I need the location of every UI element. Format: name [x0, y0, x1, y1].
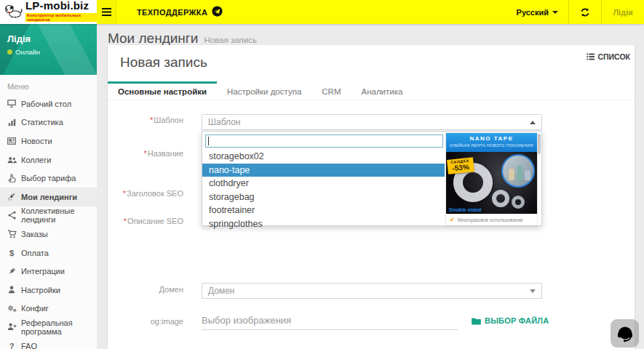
sidebar-item-label: Интеграции [21, 267, 65, 276]
integrations-icon [7, 267, 17, 276]
app-window: LP-mobi.biz Конструктор мобильных лендин… [0, 0, 644, 349]
dropdown-option-springclothes[interactable]: springclothes [202, 217, 445, 231]
tab-crm[interactable]: CRM [311, 81, 351, 100]
breadcrumb-subtitle: Новая запись [204, 36, 257, 44]
language-label: Русский [517, 8, 549, 17]
support-label: ТЕХПОДДЕРЖКА [137, 8, 207, 17]
colleagues-icon [7, 156, 17, 164]
preview-image: СКИДКА -53% Double-sided [446, 152, 537, 214]
chevron-down-icon [530, 289, 536, 293]
sidebar-item-faq[interactable]: ?FAQ [0, 337, 97, 349]
sidebar-item-tariff[interactable]: Выбор тарифа [0, 169, 97, 188]
sidebar-item-colleagues[interactable]: Коллеги [0, 151, 97, 169]
tariff-icon [7, 174, 17, 182]
collective-icon [7, 211, 17, 220]
support-chat-widget[interactable] [611, 319, 639, 348]
support-button[interactable]: ТЕХПОДДЕРЖКА [127, 0, 233, 24]
dropdown-scrollbar[interactable] [538, 134, 541, 154]
page-title: Мои лендинги [108, 31, 198, 47]
sidebar-item-label: Коллективные лендинги [21, 206, 97, 224]
sidebar-item-orders[interactable]: Заказы [0, 225, 97, 244]
sidebar: Лідія Онлайн Меню Рабочий столСтатистика… [0, 24, 97, 349]
choose-file-button[interactable]: ВЫБОР ФАЙЛА [472, 316, 549, 325]
sidebar-item-landings[interactable]: Мои лендинги [0, 188, 97, 206]
tape-roll-small [492, 190, 509, 207]
config-icon [7, 305, 17, 313]
online-status-icon [7, 49, 12, 55]
dropdown-option-storagebox02[interactable]: storagebox02 [202, 150, 445, 164]
preview-caption: Double-sided [449, 207, 481, 212]
tab-аналитика[interactable]: Аналитика [351, 81, 413, 100]
label-seo-description: *Описание SEO [108, 217, 183, 225]
sidebar-item-stats[interactable]: Статистика [0, 113, 97, 132]
label-domain: Домен [108, 285, 183, 294]
headset-icon [616, 324, 635, 343]
sidebar-item-integrations[interactable]: Интеграции [0, 262, 97, 281]
header-spacer [233, 0, 506, 24]
list-button[interactable]: СПИСОК [587, 52, 630, 61]
sidebar-item-settings[interactable]: Настройки [0, 281, 97, 300]
list-icon [587, 53, 595, 60]
preview-inset-photo [501, 154, 535, 188]
sidebar-item-label: Конфиг [21, 304, 49, 313]
breadcrumb: Мои лендинги Новая запись [97, 24, 644, 47]
dropdown-option-footretainer[interactable]: footretainer [202, 204, 445, 217]
telegram-icon [212, 6, 223, 18]
template-dropdown: storagebox02nano-tapeclothdryerstorageba… [202, 131, 542, 226]
user-status: Онлайн [7, 48, 97, 56]
tabs: Основные настройкиНастройки доступаCRMАн… [108, 81, 635, 100]
user-name: Лідія [7, 33, 97, 44]
faq-icon: ? [7, 342, 17, 349]
settings-icon [7, 286, 17, 294]
sidebar-item-referral[interactable]: Реферальная программа [0, 318, 97, 337]
preview-header: NANO TAPE КЛЕЙКАЯ ЛЕНТА НОВОГО ПОКОЛЕНИЯ [446, 133, 537, 152]
sidebar-item-collective[interactable]: Коллективные лендинги [0, 206, 97, 225]
main-content: Мои лендинги Новая запись Новая запись С… [97, 24, 644, 349]
brand-name: LP-mobi.biz [25, 0, 97, 11]
orders-icon [7, 230, 17, 238]
sidebar-item-news[interactable]: Новости [0, 132, 97, 151]
domain-select[interactable]: Домен [202, 283, 542, 299]
dropdown-option-nano-tape[interactable]: nano-tape [202, 164, 445, 177]
stats-icon [7, 119, 17, 127]
dropdown-search-input[interactable] [205, 135, 443, 148]
sidebar-item-label: Рабочий стол [21, 100, 71, 108]
card-title: Новая запись [120, 55, 207, 71]
discount-badge: СКИДКА -53% [447, 157, 474, 174]
brand-tagline: Конструктор мобильных лендингов [25, 13, 97, 22]
tape-roll-small [512, 196, 525, 209]
dropdown-options: storagebox02nano-tapeclothdryerstorageba… [202, 150, 445, 231]
refresh-button[interactable] [569, 0, 601, 24]
refresh-icon [580, 7, 590, 17]
sidebar-item-label: Коллеги [21, 156, 51, 164]
sidebar-menu: Рабочий столСтатистикаНовостиКоллегиВыбо… [0, 95, 97, 349]
chevron-down-icon [552, 11, 558, 14]
og-image-input[interactable]: Выбор изображения [202, 311, 458, 330]
header-user-button[interactable]: Лідія [602, 0, 644, 24]
dropdown-option-storagebag[interactable]: storagebag [202, 190, 445, 204]
brand-logo[interactable]: LP-mobi.biz Конструктор мобильных лендин… [0, 0, 97, 24]
sidebar-item-label: Мои лендинги [21, 193, 77, 201]
top-header: LP-mobi.biz Конструктор мобильных лендин… [0, 0, 644, 24]
header-bar: ТЕХПОДДЕРЖКА Русский [97, 0, 644, 24]
sidebar-item-label: Настройки [21, 286, 60, 294]
tab-настройки-доступа[interactable]: Настройки доступа [217, 81, 311, 100]
sidebar-item-payment[interactable]: $Оплата [0, 244, 97, 262]
sidebar-item-config[interactable]: Конфиг [0, 300, 97, 318]
dog-logo-icon [4, 3, 23, 22]
sidebar-item-label: Реферальная программа [21, 318, 97, 336]
preview-feature-row: ✔ Многоразовое использование [446, 214, 537, 225]
template-preview: NANO TAPE КЛЕЙКАЯ ЛЕНТА НОВОГО ПОКОЛЕНИЯ… [446, 133, 537, 225]
user-panel: Лідія Онлайн [0, 24, 97, 75]
sidebar-item-label: Статистика [21, 118, 63, 127]
text-cursor [208, 137, 209, 145]
language-selector[interactable]: Русский [506, 0, 568, 24]
sidebar-item-desktop[interactable]: Рабочий стол [0, 95, 97, 113]
sidebar-item-label: Выбор тарифа [21, 174, 76, 182]
referral-icon [7, 323, 17, 331]
dropdown-option-clothdryer[interactable]: clothdryer [202, 177, 445, 190]
template-select[interactable]: Шаблон [202, 114, 542, 130]
tab-основные-настройки[interactable]: Основные настройки [108, 81, 217, 100]
hamburger-icon[interactable] [97, 0, 116, 24]
folder-icon [472, 317, 481, 325]
